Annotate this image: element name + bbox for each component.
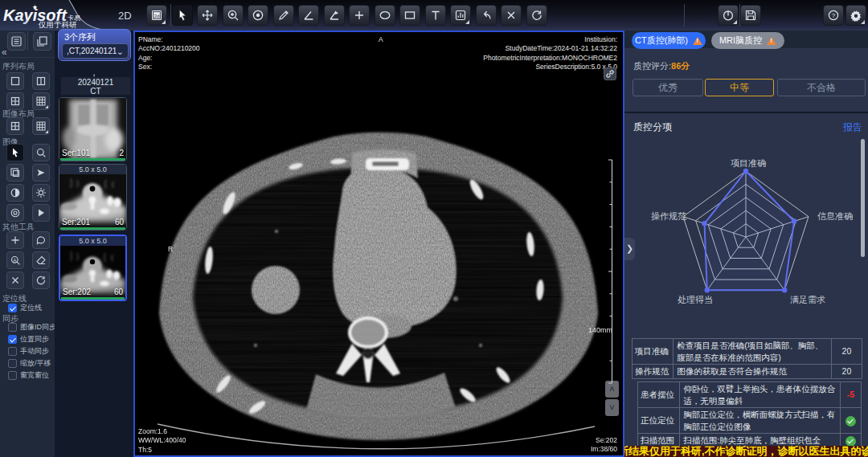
- svg-text:2d: 2d: [154, 14, 160, 18]
- svg-text:A: A: [13, 258, 16, 263]
- svg-text:仅用于科研: 仅用于科研: [38, 20, 77, 29]
- svg-text:?: ?: [832, 12, 836, 19]
